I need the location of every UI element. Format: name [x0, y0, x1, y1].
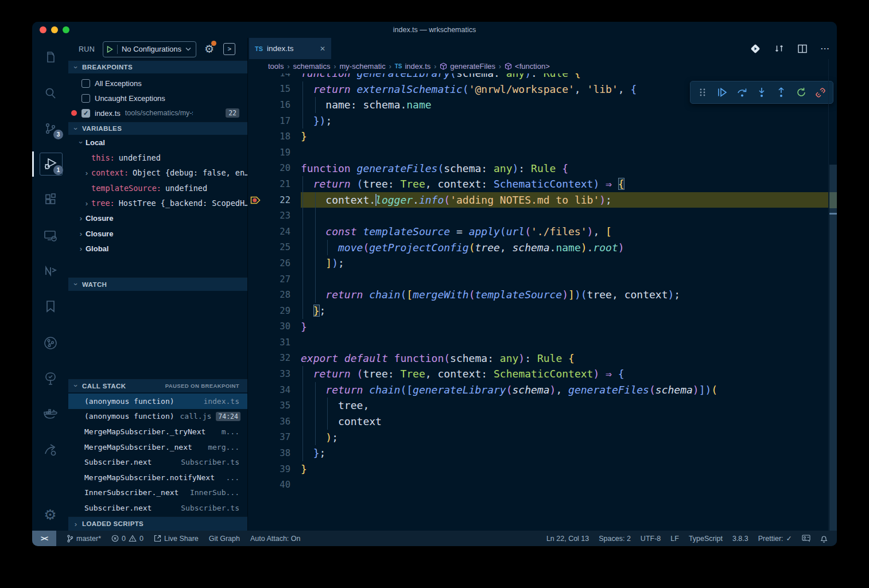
breadcrumb-item[interactable]: tools [268, 62, 284, 71]
code-line[interactable]: 26 ]); [248, 255, 829, 271]
feedback-icon[interactable] [802, 535, 810, 542]
variable-row[interactable]: ›tree:HostTree {_backend: ScopedH… [68, 196, 247, 211]
breakpoint-row[interactable]: All Exceptions [68, 76, 247, 91]
code-line[interactable]: 33 return (tree: Tree, context: Schemati… [248, 366, 829, 382]
live-share-icon[interactable] [32, 436, 68, 464]
branch-indicator[interactable]: master* [67, 535, 101, 543]
gutter[interactable]: 16 [248, 97, 301, 113]
code-line-content[interactable]: }; [301, 303, 829, 319]
code-line-content[interactable] [301, 334, 829, 351]
chevron-down-icon[interactable]: › [77, 138, 86, 147]
code-line[interactable]: 17 }); [248, 113, 829, 129]
variable-row[interactable]: ›Closure [68, 211, 247, 227]
breadcrumb-item[interactable]: my-schematic [340, 62, 386, 71]
toolbar-drag-handle[interactable] [695, 85, 710, 100]
gutter[interactable]: 37 [248, 430, 301, 446]
code-line[interactable]: 19 [248, 145, 829, 161]
code-line[interactable]: 28 return chain([mergeWith(templateSourc… [248, 287, 829, 303]
gutter[interactable]: 23 [248, 208, 301, 224]
code-line[interactable]: 24 const templateSource = apply(url('./f… [248, 224, 829, 240]
start-debug-icon[interactable] [107, 46, 113, 53]
code-line-content[interactable]: ]); [301, 255, 829, 271]
bookmarks-icon[interactable] [32, 293, 68, 320]
language-mode[interactable]: TypeScript [689, 535, 723, 543]
step-into-icon[interactable] [754, 85, 769, 100]
code-line-content[interactable]: return (tree: Tree, context: SchematicCo… [301, 366, 829, 382]
code-line[interactable]: 18} [248, 128, 829, 145]
gutter[interactable]: 32 [248, 351, 301, 367]
continue-icon[interactable] [715, 85, 730, 100]
ts-version[interactable]: 3.8.3 [732, 535, 748, 543]
variable-row[interactable]: templateSource:undefined [68, 181, 247, 196]
source-control-icon[interactable]: 3 [32, 115, 68, 142]
step-out-icon[interactable] [774, 85, 789, 100]
code-line[interactable]: 34 return chain([generateLibrary(schema)… [248, 382, 829, 398]
code-line-content[interactable] [301, 208, 829, 224]
todo-tree-icon[interactable] [32, 365, 68, 392]
code-line-content[interactable]: function generateFiles(schema: any): Rul… [301, 161, 829, 177]
problems-indicator[interactable]: 0 0 [111, 535, 143, 543]
code-line[interactable]: 32export default function(schema: any): … [248, 351, 829, 367]
chevron-right-icon[interactable]: › [76, 244, 86, 253]
code-line-content[interactable]: }; [301, 445, 829, 461]
gutter[interactable]: 15 [248, 81, 301, 98]
call-stack-frame[interactable]: InnerSubscriber._nextInnerSub... [68, 485, 247, 501]
breakpoint-row[interactable]: Uncaught Exceptions [68, 91, 247, 106]
chevron-right-icon[interactable]: › [82, 169, 91, 177]
breakpoint-row[interactable]: ✓index.tstools/schematics/my-sch...22 [68, 106, 247, 120]
disconnect-icon[interactable] [813, 85, 828, 100]
code-line-content[interactable]: return (tree: Tree, context: SchematicCo… [301, 176, 829, 192]
launch-config-dropdown[interactable]: No Configurations [103, 41, 196, 57]
gutter[interactable]: 30 [248, 319, 301, 335]
restart-icon[interactable] [794, 85, 809, 100]
gutter[interactable]: 38 [248, 445, 301, 461]
gutter[interactable]: 36 [248, 414, 301, 430]
variable-row[interactable]: ›Global [68, 242, 247, 257]
call-stack-frame[interactable]: Subscriber.nextSubscriber.ts [68, 454, 247, 470]
extensions-icon[interactable] [32, 186, 68, 213]
breakpoint-checkbox[interactable] [82, 79, 90, 88]
chevron-right-icon[interactable]: › [76, 229, 86, 238]
gutter[interactable]: 25 [248, 240, 301, 256]
code-line-content[interactable]: return chain([generateLibrary(schema), g… [301, 382, 829, 398]
code-line[interactable]: 31 [248, 334, 829, 351]
variable-row[interactable]: this:undefined [68, 150, 247, 166]
code-line[interactable]: 30} [248, 319, 829, 335]
eol[interactable]: LF [670, 535, 679, 543]
code-line[interactable]: 40 [248, 477, 829, 493]
code-line[interactable]: 22 context.logger.info('adding NOTES.md … [248, 192, 829, 208]
code-line-content[interactable]: export default function(schema: any): Ru… [301, 351, 829, 367]
watch-header[interactable]: › WATCH [68, 277, 247, 291]
code-line[interactable]: 39} [248, 461, 829, 477]
breakpoint-checkbox[interactable] [82, 94, 90, 103]
gutter[interactable]: 35 [248, 398, 301, 414]
variables-header[interactable]: › VARIABLES [68, 122, 247, 135]
remote-indicator[interactable]: >< [32, 531, 56, 546]
call-stack-frame[interactable]: (anonymous function)call.js74:24 [68, 409, 247, 425]
code-line[interactable]: 27 [248, 271, 829, 287]
code-line-content[interactable]: }); [301, 113, 829, 129]
code-line[interactable]: 23 [248, 208, 829, 224]
variable-row[interactable]: ›context:Object {debug: false, en… [68, 165, 247, 181]
code-line-content[interactable] [301, 145, 829, 161]
live-share-button[interactable]: Live Share [154, 535, 199, 543]
code-line-content[interactable]: context [301, 414, 829, 430]
nx-console-icon[interactable] [32, 257, 68, 285]
gutter[interactable]: 27 [248, 271, 301, 287]
call-stack-frame[interactable]: (anonymous function)index.ts [68, 394, 247, 409]
indentation[interactable]: Spaces: 2 [599, 535, 631, 543]
search-icon[interactable] [32, 79, 68, 107]
scrollbar[interactable] [828, 59, 837, 531]
explorer-icon[interactable] [32, 44, 68, 71]
code-line-content[interactable] [301, 477, 829, 493]
remote-explorer-icon[interactable] [32, 221, 68, 249]
gutter[interactable]: 18 [248, 128, 301, 145]
breadcrumb-item[interactable]: <function> [505, 62, 550, 71]
call-stack-frame[interactable]: MergeMapSubscriber._tryNextm... [68, 424, 247, 439]
debug-console-icon[interactable]: > [223, 43, 235, 55]
call-stack-frame[interactable]: MergeMapSubscriber._nextmerg... [68, 439, 247, 455]
configure-gear-icon[interactable]: ⚙ [204, 42, 214, 56]
close-tab-icon[interactable]: ✕ [320, 45, 325, 53]
breakpoint-checkbox[interactable]: ✓ [82, 109, 90, 118]
breadcrumb-item[interactable]: schematics [293, 62, 330, 71]
